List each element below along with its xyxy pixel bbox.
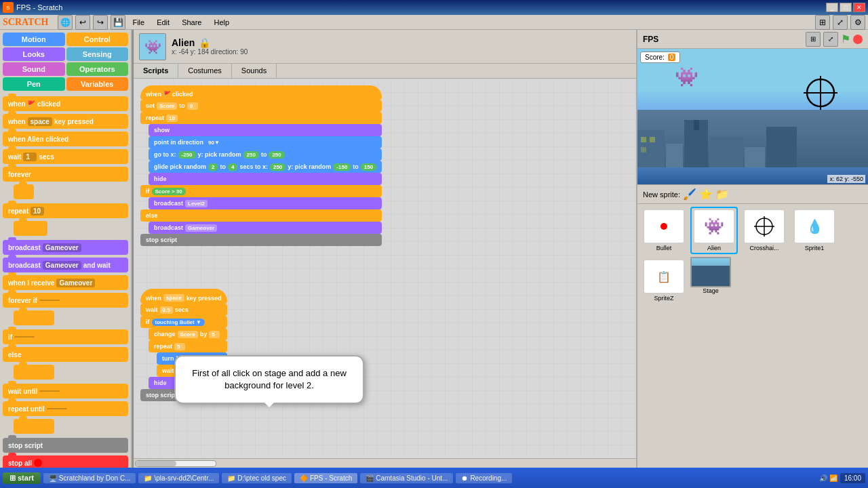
block-if[interactable]: if: [3, 329, 128, 344]
taskbar-item-1[interactable]: 📁 \pla-srv-dd2\Centr...: [138, 473, 219, 483]
sb-change-score[interactable]: change Score by 5: [149, 328, 227, 340]
tab-scripts[interactable]: Scripts: [134, 64, 178, 78]
block-wait-until[interactable]: wait until: [3, 384, 128, 399]
menu-file[interactable]: File: [127, 17, 150, 28]
undo-icon[interactable]: ↩: [75, 15, 90, 30]
category-sound[interactable]: Sound: [3, 62, 65, 76]
block-forever-inner[interactable]: [14, 184, 34, 199]
globe-icon[interactable]: 🌐: [58, 15, 73, 30]
block-fi-inner[interactable]: [14, 310, 54, 325]
block-repeat[interactable]: repeat 10: [3, 203, 128, 218]
title-bar-buttons[interactable]: _ □ ✕: [826, 3, 865, 12]
block-when-receive-gameover[interactable]: when I receive Gameover: [3, 275, 128, 290]
sprite-thumb-sprite2[interactable]: 📋 SpriteZ: [640, 257, 688, 304]
taskbar-item-3[interactable]: 🔶 FPS - Scratch: [294, 473, 357, 483]
menu-share[interactable]: Share: [176, 17, 207, 28]
block-else[interactable]: else: [3, 347, 128, 362]
sb-show[interactable]: show: [149, 124, 382, 136]
block-forever-if[interactable]: forever if: [3, 293, 128, 308]
scripts-canvas[interactable]: when 🚩 clicked set Score to 0 repeat 10 …: [134, 79, 636, 458]
menu-bar: SCRATCH 🌐 ↩ ↪ 💾 File Edit Share Help ⊞ ⤢…: [0, 15, 868, 30]
save-icon[interactable]: 💾: [111, 15, 125, 30]
menu-help[interactable]: Help: [208, 17, 235, 28]
block-when-key[interactable]: when space key pressed: [3, 114, 128, 129]
category-operators[interactable]: Operators: [66, 62, 129, 76]
window-controls: ⊞ ⤢ ⚙: [815, 15, 865, 30]
sb-repeat-5[interactable]: repeat 5: [149, 340, 227, 352]
sprite-thumb-bullet[interactable]: Bullet: [640, 207, 688, 254]
minimize-button[interactable]: _: [826, 3, 838, 12]
block-ru-inner[interactable]: [14, 419, 54, 434]
sb-broadcast-level2[interactable]: broadcast Level2: [149, 197, 382, 209]
scrollbar[interactable]: [135, 460, 216, 467]
category-control[interactable]: Control: [66, 33, 129, 46]
category-variables[interactable]: Variables: [66, 77, 129, 91]
taskbar-item-4[interactable]: 🎬 Camtasia Studio - Unt...: [360, 473, 453, 483]
folder-sprite-button[interactable]: 📁: [715, 188, 729, 201]
sb-broadcast-gameover[interactable]: broadcast Gameover: [149, 222, 382, 234]
block-stop-all[interactable]: stop all: [3, 455, 128, 468]
block-else-inner[interactable]: [14, 365, 54, 380]
category-looks[interactable]: Looks: [3, 47, 65, 61]
scrollbar-thumb[interactable]: [136, 461, 176, 466]
stage-canvas[interactable]: 👾 Score: 0 x: 62 y: -550: [637, 49, 868, 184]
tooltip-text: First of all click on stage and add a ne…: [192, 368, 347, 390]
paint-sprite-button[interactable]: 🖌️: [683, 188, 696, 201]
sprite-thumb-sprite1[interactable]: 💧 Sprite1: [791, 207, 838, 254]
tab-sounds[interactable]: Sounds: [232, 64, 277, 78]
green-flag-button[interactable]: ⚑: [841, 33, 850, 45]
settings-icon[interactable]: ⚙: [850, 15, 865, 30]
block-broadcast-gameover-wait[interactable]: broadcast Gameover and wait: [3, 258, 128, 272]
fullscreen-icon[interactable]: ⤢: [833, 15, 848, 30]
category-pen[interactable]: Pen: [3, 77, 65, 91]
script-tabs: Scripts Costumes Sounds: [134, 64, 636, 79]
block-wait-secs[interactable]: wait 1 secs: [3, 149, 128, 164]
block-when-flag-clicked[interactable]: when 🚩 clicked: [3, 96, 128, 111]
block-forever[interactable]: forever: [3, 167, 128, 182]
maximize-button[interactable]: □: [840, 3, 852, 12]
stage-thumb-area[interactable]: Stage: [690, 257, 731, 304]
new-sprite-bar: New sprite: 🖌️ ⭐ 📁: [637, 184, 868, 204]
sb-if-touching[interactable]: if touching Bullet ▼: [140, 316, 227, 328]
close-button[interactable]: ✕: [853, 3, 865, 12]
sb-if[interactable]: if Score > 30: [140, 185, 382, 197]
sb-wait-0-5[interactable]: wait 0.5 secs: [140, 304, 227, 316]
sb-else[interactable]: else: [140, 209, 382, 222]
sys-tray-icons: 🔊 📶: [819, 474, 837, 482]
crosshair-label: Crosshai...: [749, 245, 778, 251]
sb-set-score[interactable]: set Score to 0: [140, 100, 382, 112]
menu-edit[interactable]: Edit: [151, 17, 175, 28]
taskbar-item-0[interactable]: 🖥️ Scratchland by Don C...: [43, 473, 136, 483]
taskbar-item-5[interactable]: ⏺ Recording...: [456, 473, 512, 483]
sprite-thumb-alien[interactable]: 👾 Alien: [690, 207, 738, 254]
redo-icon[interactable]: ↪: [93, 15, 108, 30]
layout-icon[interactable]: ⊞: [815, 15, 830, 30]
alien-sprite: 👾: [675, 66, 698, 88]
category-motion[interactable]: Motion: [3, 33, 65, 46]
taskbar-item-2[interactable]: 📁 D:\ptec old spec: [222, 473, 292, 483]
category-sensing[interactable]: Sensing: [66, 47, 129, 61]
sb-point-direction[interactable]: point in direction 90▼: [149, 136, 382, 148]
star-sprite-button[interactable]: ⭐: [699, 188, 713, 201]
sb-repeat-10[interactable]: repeat 10: [140, 112, 382, 124]
stop-button[interactable]: [853, 35, 863, 44]
block-when-sprite-clicked[interactable]: when Alien clicked: [3, 131, 128, 146]
block-repeat-until[interactable]: repeat until: [3, 401, 128, 416]
sb-glide[interactable]: glide pick random 2 to 4 secs to x: 250 …: [149, 161, 382, 173]
fullscreen-stage-icon[interactable]: ⤢: [823, 32, 838, 47]
fit-icon[interactable]: ⊞: [806, 32, 821, 47]
block-stop-script[interactable]: stop script: [3, 438, 128, 453]
crosshair-sprite: [804, 76, 837, 111]
block-broadcast-gameover[interactable]: broadcast Gameover: [3, 240, 128, 255]
block-repeat-inner[interactable]: [14, 221, 47, 236]
sb-when-space[interactable]: when space key pressed: [140, 289, 227, 304]
start-button[interactable]: ⊞ start: [3, 472, 41, 484]
sb-when-flag[interactable]: when 🚩 clicked: [140, 85, 382, 100]
camtasia-icon: 🎬: [366, 474, 374, 482]
sb-stop-script-1[interactable]: stop script: [140, 234, 382, 246]
sprite-thumb-crosshair[interactable]: Crosshai...: [741, 207, 788, 254]
tab-costumes[interactable]: Costumes: [178, 64, 232, 78]
sb-hide[interactable]: hide: [149, 173, 382, 185]
sb-go-to-xy[interactable]: go to x: -250 y: pick random 250 to 250: [149, 148, 382, 161]
alien-thumbnail: 👾: [694, 209, 734, 243]
